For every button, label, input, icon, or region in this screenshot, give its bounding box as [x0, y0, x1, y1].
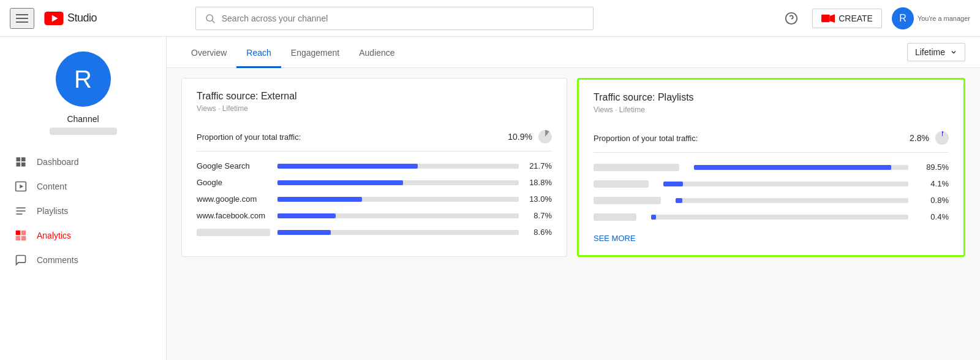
sidebar-channel-sub [50, 128, 117, 135]
sidebar-channel-name: Channel [67, 114, 99, 124]
bar-track-playlist-1 [694, 165, 908, 170]
content-label: Content [37, 182, 67, 191]
tab-engagement[interactable]: Engagement [281, 37, 349, 68]
bar-row-www-google: www.google.com 13.0% [197, 194, 552, 204]
bar-track-www-google [277, 197, 519, 202]
search-input[interactable] [222, 13, 584, 23]
bar-label-blurred-1 [594, 164, 679, 171]
tab-reach[interactable]: Reach [236, 37, 281, 68]
bar-track-playlist-2 [663, 182, 908, 186]
bar-track-inner-1 [694, 165, 908, 170]
card-external-metric-value-row: 10.9% [508, 130, 552, 144]
card-playlists-title: Traffic source: Playlists [594, 92, 949, 103]
bar-pct-last-partial: 8.6% [526, 228, 552, 237]
bar-label-google: Google [197, 178, 270, 187]
sidebar-avatar: R [56, 52, 111, 107]
svg-rect-6 [821, 14, 830, 21]
bar-row-google: Google 18.8% [197, 178, 552, 187]
card-external-metric-row: Proportion of your total traffic: 10.9% [197, 123, 552, 151]
sidebar-navigation: Dashboard Content Playlists [0, 145, 166, 277]
see-more-button[interactable]: SEE MORE [594, 229, 636, 243]
card-external-title: Traffic source: External [197, 91, 552, 102]
svg-point-2 [206, 15, 213, 21]
search-bar [195, 7, 594, 30]
help-icon [785, 12, 798, 25]
svg-rect-20 [21, 236, 26, 241]
pie-chart-external [538, 130, 552, 144]
bar-row-playlist-3: 0.8% [594, 196, 949, 205]
help-button[interactable] [780, 7, 802, 29]
lifetime-label: Lifetime [915, 47, 945, 57]
bar-fill-last-partial [277, 230, 331, 235]
tab-overview[interactable]: Overview [181, 37, 236, 68]
bar-fill-playlist-1 [694, 165, 891, 170]
svg-marker-7 [830, 14, 835, 23]
bar-track-playlist-4 [651, 215, 908, 220]
svg-line-3 [212, 20, 214, 23]
hamburger-button[interactable] [10, 8, 34, 29]
sidebar-item-playlists[interactable]: Playlists [0, 199, 166, 223]
body-layout: R Channel Dashboard Content [0, 37, 980, 360]
sidebar-item-comments[interactable]: Comments [0, 248, 166, 272]
logo[interactable]: Studio [44, 12, 97, 25]
bar-track-google-search [277, 164, 519, 169]
card-external-metric-value: 10.9% [508, 132, 532, 142]
search-icon [205, 13, 216, 24]
manager-text: You're a manager [918, 15, 970, 22]
tab-audience[interactable]: Audience [349, 37, 404, 68]
sidebar-item-content[interactable]: Content [0, 174, 166, 199]
nav-right: CREATE R You're a manager [780, 7, 970, 29]
bar-label-last-partial [197, 229, 270, 236]
svg-rect-18 [21, 231, 26, 236]
analytics-label: Analytics [37, 231, 71, 240]
bar-fill-playlist-2 [663, 182, 683, 186]
svg-marker-13 [20, 185, 23, 189]
bar-label-www-google: www.google.com [197, 194, 270, 204]
bar-pct-google-search: 21.7% [526, 161, 552, 170]
create-button[interactable]: CREATE [812, 9, 882, 28]
card-playlists-metric-label: Proportion of your total traffic: [594, 134, 698, 143]
bar-track-inner-4 [651, 215, 908, 220]
card-external-metric-label: Proportion of your total traffic: [197, 132, 301, 142]
svg-rect-11 [21, 163, 26, 167]
user-area: R You're a manager [892, 7, 970, 29]
bar-label-blurred-3 [594, 197, 661, 204]
svg-rect-9 [21, 158, 26, 162]
lifetime-dropdown[interactable]: Lifetime [907, 43, 965, 61]
card-playlists-metric-value: 2.8% [910, 133, 929, 143]
bar-row-playlist-2: 4.1% [594, 179, 949, 188]
svg-rect-10 [17, 163, 21, 167]
card-playlists: Traffic source: Playlists Views · Lifeti… [577, 78, 965, 257]
bar-track-inner-3 [676, 198, 908, 203]
bar-track-google [277, 180, 519, 185]
sidebar-profile: R Channel [0, 37, 166, 145]
avatar[interactable]: R [892, 7, 914, 29]
comment-icon [15, 254, 27, 266]
comments-label: Comments [37, 255, 78, 265]
bar-row-google-search: Google Search 21.7% [197, 161, 552, 170]
sidebar-item-analytics[interactable]: Analytics [0, 223, 166, 248]
bar-row-playlist-4: 0.4% [594, 212, 949, 221]
svg-rect-17 [16, 231, 21, 236]
svg-rect-8 [17, 158, 21, 162]
bar-pct-playlist-1: 89.5% [923, 163, 949, 172]
grid-icon [15, 156, 27, 168]
youtube-logo-icon [44, 12, 64, 25]
sidebar-item-dashboard[interactable]: Dashboard [0, 150, 166, 174]
pie-chart-playlists [935, 131, 949, 145]
bar-row-playlist-1: 89.5% [594, 163, 949, 172]
bar-pct-www-google: 13.0% [526, 194, 552, 204]
camera-icon [821, 13, 835, 23]
tabs-row: Overview Reach Engagement Audience Lifet… [167, 37, 980, 68]
svg-rect-19 [16, 236, 21, 241]
card-external: Traffic source: External Views · Lifetim… [181, 78, 567, 257]
dashboard-label: Dashboard [37, 157, 79, 167]
cards-area: Traffic source: External Views · Lifetim… [167, 68, 980, 267]
bar-pct-playlist-3: 0.8% [923, 196, 949, 205]
playlists-label: Playlists [37, 206, 68, 216]
bar-fill-facebook [277, 213, 336, 218]
playlists-icon [15, 205, 27, 217]
chevron-down-icon [950, 48, 957, 56]
bar-fill-playlist-3 [676, 198, 682, 203]
card-external-subtitle: Views · Lifetime [197, 104, 552, 113]
